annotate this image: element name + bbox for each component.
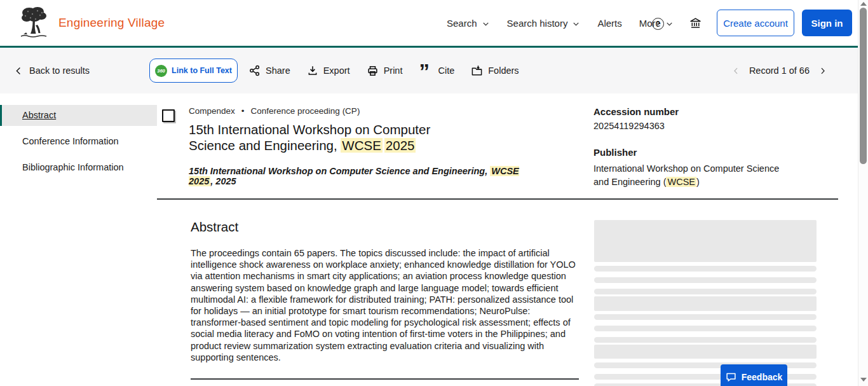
accession-number-label: Accession number [593, 106, 817, 117]
print-icon [367, 65, 379, 77]
export-icon [307, 65, 318, 76]
publisher-highlight: WCSE [666, 177, 696, 187]
accession-number-value: 20254119294363 [593, 121, 817, 131]
nav-search[interactable]: Search [447, 18, 490, 29]
subtitle-text: , 2025 [210, 176, 236, 186]
help-glyph: ? [656, 20, 660, 29]
link-to-full-text-button[interactable]: 360 Link to Full Text [149, 59, 238, 83]
loading-skeleton-panel [594, 220, 817, 386]
help-icon[interactable]: ? [652, 18, 664, 30]
skeleton-bar [594, 337, 817, 343]
skeleton-block [594, 296, 817, 311]
nav-search-history-label: Search history [507, 18, 568, 29]
sidebar-item-conference-information[interactable]: Conference Information [0, 131, 157, 152]
share-label: Share [266, 65, 290, 76]
folders-label: Folders [488, 65, 519, 76]
skeleton-bar [594, 266, 817, 272]
folder-add-icon [471, 65, 483, 77]
title-highlight: WCSE [341, 138, 383, 153]
sidebar-item-bibliographic-information[interactable]: Bibliographic Information [0, 157, 157, 178]
database-label: Compendex [189, 106, 235, 116]
record-count-label: Record 1 of 66 [749, 65, 810, 76]
institution-icon[interactable] [689, 17, 702, 30]
next-record-icon[interactable] [818, 65, 827, 76]
share-icon [249, 65, 261, 76]
skeleton-bar [594, 314, 817, 320]
content-divider [157, 198, 838, 200]
vertical-scrollbar[interactable] [858, 0, 868, 386]
back-to-results-button[interactable]: Back to results [14, 48, 90, 93]
scroll-up-icon[interactable] [860, 2, 867, 6]
record-info-panel: Accession number 20254119294363 Publishe… [593, 106, 817, 189]
brand-title: Engineering Village [58, 16, 165, 30]
breadcrumb-dot: • [241, 106, 245, 116]
nav-search-history[interactable]: Search history [507, 18, 581, 29]
engineering-village-record-page: Engineering Village Search Search histor… [0, 0, 868, 386]
create-account-button[interactable]: Create account [717, 10, 794, 36]
record-subtitle: 15th International Workshop on Computer … [189, 166, 545, 186]
folders-button[interactable]: Folders [471, 65, 519, 77]
record-pagination: Record 1 of 66 [731, 48, 827, 93]
title-highlight: 2025 [384, 138, 416, 153]
record-title: 15th International Workshop on Computer … [189, 121, 456, 153]
cite-label: Cite [438, 65, 454, 76]
share-button[interactable]: Share [249, 65, 290, 76]
back-label: Back to results [29, 65, 90, 76]
skeleton-block [594, 345, 817, 359]
header-nav: Search Search history Alerts More [447, 0, 674, 46]
print-button[interactable]: Print [367, 65, 403, 77]
doc-type-label: Conference proceeding (CP) [251, 106, 360, 116]
header: Engineering Village Search Search histor… [0, 0, 868, 46]
full-text-label: Link to Full Text [172, 66, 232, 75]
nav-alerts-label: Alerts [597, 18, 621, 29]
scrollbar-thumb[interactable] [860, 8, 867, 164]
scroll-down-icon[interactable] [860, 378, 867, 382]
print-label: Print [384, 65, 403, 76]
skeleton-bar [594, 289, 817, 294]
previous-record-icon[interactable] [731, 65, 741, 76]
export-label: Export [323, 65, 350, 76]
360-badge-icon: 360 [155, 65, 167, 77]
abstract-divider [191, 378, 579, 380]
chevron-down-icon [665, 18, 674, 28]
toolbar-actions: Share Export [249, 48, 519, 93]
sign-in-button[interactable]: Sign in [802, 10, 852, 36]
record-breadcrumb: Compendex • Conference proceeding (CP) [189, 106, 545, 116]
nav-search-label: Search [447, 18, 477, 29]
speech-bubble-icon [726, 372, 736, 382]
skeleton-block [594, 220, 817, 262]
publisher-value: International Workshop on Computer Scien… [593, 162, 796, 189]
feedback-button[interactable]: Feedback [721, 364, 787, 386]
publisher-label: Publisher [593, 147, 817, 158]
export-button[interactable]: Export [307, 65, 350, 76]
nav-alerts[interactable]: Alerts [597, 18, 621, 29]
elsevier-tree-logo-icon [18, 5, 49, 39]
abstract-heading: Abstract [191, 219, 238, 235]
toolbar: Back to results 360 Link to Full Text Sh… [0, 48, 868, 93]
chevron-left-icon [14, 65, 24, 76]
feedback-label: Feedback [742, 372, 783, 382]
publisher-group: Publisher International Workshop on Comp… [593, 147, 817, 189]
subtitle-text: 15th International Workshop on Computer … [189, 166, 490, 176]
skeleton-bar [594, 277, 817, 283]
cite-button[interactable]: ” Cite [419, 64, 454, 77]
publisher-text: ) [696, 177, 700, 187]
record-select-checkbox[interactable] [162, 109, 175, 122]
section-nav-sidebar: Abstract Conference Information Bibliogr… [0, 105, 157, 183]
chevron-down-icon [482, 18, 490, 28]
chevron-down-icon [572, 18, 580, 28]
quote-icon: ” [419, 64, 433, 77]
sidebar-item-abstract[interactable]: Abstract [0, 105, 157, 126]
abstract-text: The proceedings contain 65 papers. The t… [191, 247, 580, 363]
record-header: Compendex • Conference proceeding (CP) 1… [189, 106, 545, 186]
skeleton-bar [594, 326, 817, 331]
